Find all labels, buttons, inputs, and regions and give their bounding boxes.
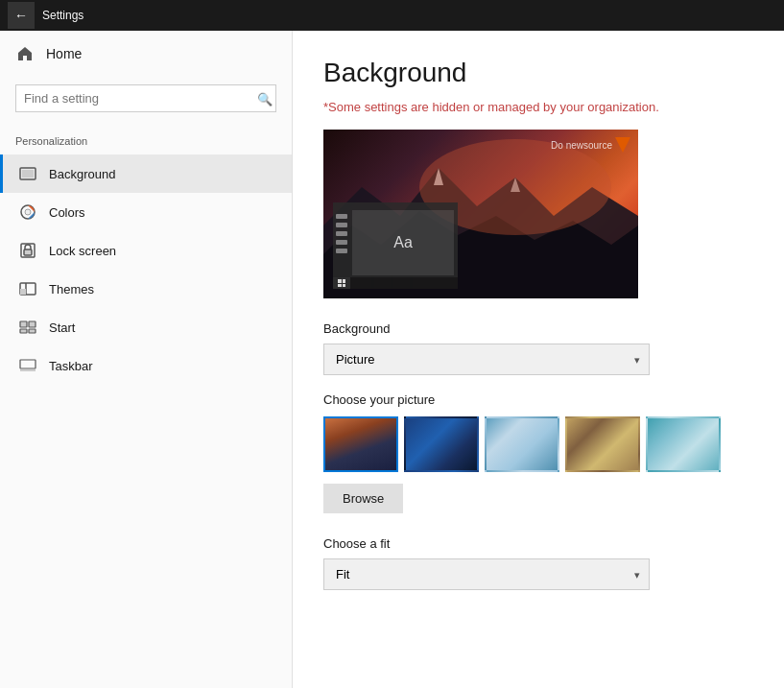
svg-rect-5 bbox=[24, 249, 32, 255]
mini-start-button bbox=[333, 277, 350, 289]
background-preview: Do newsource Aa bbox=[323, 130, 638, 298]
home-icon bbox=[15, 44, 35, 63]
svg-rect-12 bbox=[29, 329, 36, 333]
taskbar-label: Taskbar bbox=[49, 359, 93, 373]
taskbar-icon bbox=[18, 356, 37, 375]
lock-screen-label: Lock screen bbox=[49, 244, 116, 258]
mini-icon-3 bbox=[336, 231, 347, 236]
window-title: Settings bbox=[42, 9, 83, 22]
browse-button[interactable]: Browse bbox=[323, 484, 403, 513]
svg-rect-9 bbox=[20, 321, 27, 327]
sidebar-item-taskbar[interactable]: Taskbar bbox=[0, 346, 292, 385]
start-label: Start bbox=[49, 320, 75, 335]
logo-icon bbox=[615, 137, 630, 153]
sidebar-item-themes[interactable]: Themes bbox=[0, 270, 292, 308]
preview-logo: Do newsource bbox=[551, 137, 630, 153]
sidebar-item-background[interactable]: Background bbox=[0, 154, 292, 193]
svg-rect-1 bbox=[22, 170, 34, 178]
mini-icon-5 bbox=[336, 249, 347, 253]
search-wrapper: 🔍 bbox=[0, 77, 292, 120]
title-bar: ← Settings bbox=[0, 0, 784, 31]
page-title: Background bbox=[323, 58, 753, 88]
svg-rect-14 bbox=[20, 369, 36, 371]
content-area: Background *Some settings are hidden or … bbox=[293, 31, 784, 688]
themes-icon bbox=[18, 279, 37, 298]
picture-thumb-3[interactable] bbox=[485, 416, 559, 472]
search-input[interactable] bbox=[15, 84, 276, 112]
background-dropdown[interactable]: Picture Solid color Slideshow bbox=[323, 344, 650, 375]
mini-desktop-preview: Aa bbox=[333, 202, 458, 289]
sidebar-item-lock-screen[interactable]: Lock screen bbox=[0, 231, 292, 270]
svg-rect-13 bbox=[20, 360, 36, 368]
themes-label: Themes bbox=[49, 282, 94, 297]
home-label: Home bbox=[46, 46, 82, 61]
search-icon-button[interactable]: 🔍 bbox=[257, 91, 273, 106]
fit-setting-label: Choose a fit bbox=[323, 536, 753, 551]
sidebar-item-start[interactable]: Start bbox=[0, 308, 292, 346]
org-notice: *Some settings are hidden or managed by … bbox=[323, 100, 753, 114]
mini-sidebar-icons bbox=[333, 210, 350, 275]
back-button[interactable]: ← bbox=[8, 2, 35, 29]
mini-icon-1 bbox=[336, 214, 347, 219]
background-icon bbox=[18, 164, 37, 183]
fit-dropdown[interactable]: Fit Fill Stretch Tile Center Span bbox=[323, 558, 650, 590]
fit-section: Choose a fit Fit Fill Stretch Tile Cente… bbox=[323, 536, 753, 590]
picture-thumb-4[interactable] bbox=[565, 416, 640, 472]
mini-window: Aa bbox=[352, 210, 454, 275]
pictures-row bbox=[323, 416, 753, 472]
start-icon bbox=[18, 318, 37, 337]
mini-taskbar bbox=[333, 277, 458, 289]
mini-icon-4 bbox=[336, 240, 347, 245]
section-label: Personalization bbox=[0, 120, 292, 154]
svg-rect-11 bbox=[20, 329, 27, 333]
background-dropdown-container: Picture Solid color Slideshow ▾ bbox=[323, 344, 650, 375]
logo-text: Do newsource bbox=[551, 140, 612, 151]
picture-thumb-2[interactable] bbox=[404, 416, 479, 472]
picture-thumb-1[interactable] bbox=[323, 416, 398, 472]
pictures-label: Choose your picture bbox=[323, 392, 753, 407]
sidebar-item-home[interactable]: Home bbox=[0, 31, 292, 77]
lock-screen-icon bbox=[18, 241, 37, 260]
main-container: Home 🔍 Personalization Background bbox=[0, 31, 784, 688]
search-icon: 🔍 bbox=[257, 91, 273, 106]
bg-setting-label: Background bbox=[323, 321, 753, 336]
svg-rect-8 bbox=[20, 289, 26, 295]
fit-dropdown-container: Fit Fill Stretch Tile Center Span ▾ bbox=[323, 558, 650, 590]
svg-rect-10 bbox=[29, 321, 36, 327]
colors-icon bbox=[18, 202, 37, 222]
colors-label: Colors bbox=[49, 205, 85, 220]
picture-thumb-5[interactable] bbox=[646, 416, 721, 472]
sidebar-item-colors[interactable]: Colors bbox=[0, 193, 292, 231]
mini-icon-2 bbox=[336, 223, 347, 227]
sidebar: Home 🔍 Personalization Background bbox=[0, 31, 293, 688]
svg-point-3 bbox=[25, 209, 31, 215]
mini-window-text: Aa bbox=[393, 234, 413, 251]
background-label: Background bbox=[49, 167, 115, 181]
mini-windows-icon bbox=[338, 279, 345, 287]
